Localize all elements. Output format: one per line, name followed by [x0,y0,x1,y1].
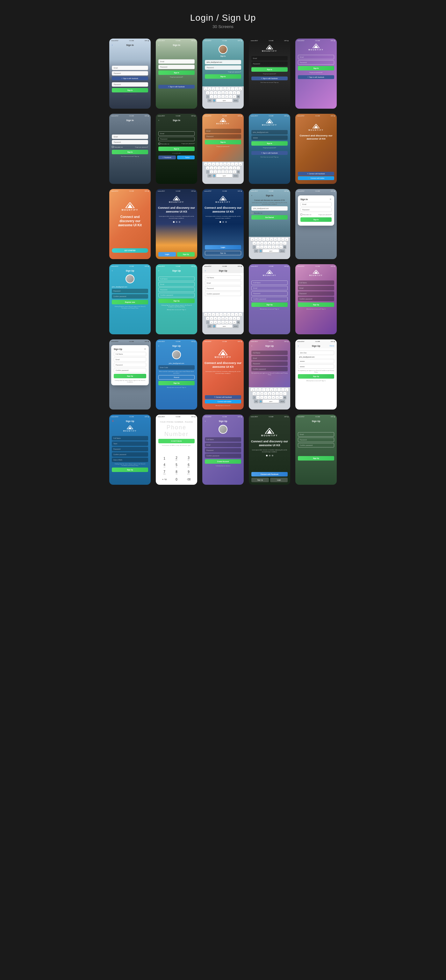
forgot-pwd-6[interactable]: Forgot your password? [135,146,148,148]
numpad-0[interactable]: 0 [171,476,182,482]
connect-facebook-29[interactable]: Connect with Facebook [251,472,288,476]
signup-btn-17[interactable]: Sign Up [158,299,195,303]
mountify-logo-icon [266,45,273,49]
no-account-4[interactable]: Don't have an account? Sign up [251,81,288,83]
signin-btn[interactable]: Sign In [112,88,148,92]
connect-twitter-23[interactable]: 🐦Connect with twitter [205,400,241,404]
dialog-signup-title: Sign Up [114,348,122,350]
continue-btn[interactable]: CONTINUE [158,439,195,443]
phone-number-placeholder: Phone Number [158,424,195,438]
signup-btn-26[interactable]: Sign Up [112,468,148,472]
screen-signup-purple-avatar: ●●●●● AT&T9:41 AM100% ▮ ‹Sign Up Full Na… [202,415,244,485]
numpad-2[interactable]: 2ABC [171,455,182,461]
screen-signin-dark-forest2: ●●●●● AT&T9:41 AM100% ▮ ‹Sign In Email P… [156,114,197,184]
twitter-social-7[interactable]: 🐦Twitter [177,156,195,159]
mountify-logo-icon-12 [173,196,180,200]
screen25-title: Sign Up [312,345,320,347]
forgot-pwd-5[interactable]: Forgot your password? [298,72,334,73]
create-btn-28[interactable]: Create Account [205,459,241,464]
facebook-btn-9[interactable]: fSign in with facebook [251,151,288,155]
forgot-pwd-3[interactable]: Forgot your password? [205,71,241,73]
signup-btn-19[interactable]: Sign Up [251,302,288,307]
screen-signin-ship: ●●●●● AT&T9:41 AM100% ▮ Sign In Email Pa… [109,114,151,184]
signin-btn-3[interactable]: Sign In [205,74,241,79]
screen-row-6: ●●●●● AT&T9:41 AM100% ▮ ✕Sign Up MOUNTIF… [0,415,446,485]
numpad-4[interactable]: 4GHI [159,463,170,468]
already-have-22[interactable]: Already have an account? Sign In [158,387,195,388]
screen-signin-blue-mountain: ●●●●● AT&T9:41 AM100% ▮ MOUNTIFY john_do… [249,114,290,184]
screen-signup-purple: ●●●●● AT&T9:41 AM100% ▮ MOUNTIFY Full Na… [249,264,290,334]
forgot-pwd-8[interactable]: Forgot your password? [205,146,241,147]
page-header: Login / Sign Up 30 Screens [0,0,446,38]
signup-btn-20[interactable]: Sign Up [298,302,334,307]
facebook-social-7[interactable]: fFacebook [158,156,176,159]
get-started-14[interactable]: Get Started [251,215,288,220]
forgot-pwd-9[interactable]: Forgot your password? [251,147,288,148]
numpad-backspace[interactable]: ⌫ [184,476,194,482]
screen-signup-pink-purple: ●●●●● AT&T9:41 AM100% ▮ MOUNTIFY Full Na… [295,264,337,334]
mountify-logo-icon-19 [266,270,273,274]
forgot-pwd-7[interactable]: Forgot your password? [182,143,195,145]
numpad-6[interactable]: 6MNO [184,463,194,468]
forgot-pwd-15[interactable]: Forgot your password? [319,214,332,215]
screen28-title: Sign Up [219,420,227,422]
get-started-11[interactable]: GET STARTED [112,248,148,253]
mountify-logo-icon-20 [313,270,319,274]
signin-btn-4[interactable]: Sign In [251,67,288,72]
mountify-logo-icon-26 [127,425,133,429]
screen-row-5: ●●●●● AT&T9:41 AM100% ▮ Sign Up ✕ Full N… [0,339,446,409]
facebook-btn-2[interactable]: fSign in with facebook [158,85,195,89]
mountify-logo-icon-9 [266,119,273,123]
signup-btn-25[interactable]: Sign Up [298,374,334,379]
signup-btn-12[interactable]: Sign Up [177,252,195,256]
signin-btn-8[interactable]: Sign In [205,140,241,144]
numpad-3[interactable]: 3DEF [184,455,194,461]
connect-facebook-10[interactable]: fConnect with facebook [298,172,334,176]
screen22-title: Sign Up [172,345,181,347]
close-icon[interactable]: ✕ [329,198,332,201]
signup-btn-22[interactable]: Sign Up [158,381,195,385]
signin-btn-5[interactable]: Sign In [298,66,334,70]
signup-btn-21[interactable]: Sign Up [114,374,146,378]
facebook-btn-4[interactable]: fSign in with facebook [251,76,288,80]
login-btn-29[interactable]: Login [270,478,288,482]
connect-twitter-10[interactable]: 🐦Connect with twitter [298,176,334,180]
signin-btn-2[interactable]: Sign In [158,70,195,75]
signin-btn-7[interactable]: Sign In [158,146,195,151]
already-have-19[interactable]: Already have an account? Sign In [251,308,288,310]
numpad-9[interactable]: 9WXYZ [184,469,194,475]
facebook-btn-5[interactable]: fSign in with facebook [298,75,334,79]
signin-btn-15[interactable]: Sign In [300,217,332,222]
numpad-8[interactable]: 8TUV [171,469,182,475]
signup-btn-30[interactable]: Sign Up [298,456,334,461]
numpad-1[interactable]: 1 [159,455,170,461]
already-have-25[interactable]: Already have an account? Sign In [298,380,334,382]
login-btn-13[interactable]: Login [205,245,241,250]
register-btn-16[interactable]: Register now [112,300,148,304]
numpad-star[interactable]: + *# [159,476,170,482]
done-btn[interactable]: Done [330,345,334,347]
screen-signup-confirm: ●●●●● AT&T9:41 AM100% ▮ ‹Sign Up john_do… [156,339,197,409]
screen3-title: Sign In [202,55,244,57]
no-account-6[interactable]: Don't have an account? Sign up [112,156,148,157]
login-btn-12[interactable]: Login [158,252,176,256]
no-account-9[interactable]: Don't have an account? Sign up [251,156,288,158]
numpad-7[interactable]: 7PQRS [159,469,170,475]
signin-btn-9[interactable]: Sign In [251,141,288,146]
signin-btn-6[interactable]: Sign In [112,150,148,154]
numpad-5[interactable]: 5JKL [171,463,182,468]
screen-signin-purple: ●●●●● AT&T9:41 AM100% ▮ MOUNTIFY Email P… [295,38,337,109]
screen-signup-done: ●●●●● AT&T9:41 AM100% ▮ ‹Sign UpDone Joh… [295,339,337,409]
screen26-title: Sign Up [126,420,134,422]
already-have-17[interactable]: Already have an account? Sign In [158,309,195,310]
signup-btn-29[interactable]: Sign Up [251,478,269,482]
signup-btn-13[interactable]: Sign Up [205,251,241,255]
forgot-pwd[interactable]: Forgot your password? [112,94,148,95]
facebook-btn[interactable]: fSign in with facebook [112,76,148,80]
resend-btn-22[interactable]: Resend [158,375,195,380]
forgot-pwd-4[interactable]: Forgot your password? [251,73,288,75]
already-have-20[interactable]: Already have an account? Sign In [298,308,334,310]
connect-facebook-23[interactable]: fConnect with facebook [205,395,241,399]
close-icon-21[interactable]: ✕ [144,348,146,350]
screen-signup-keyboard: ●●●●● AT&T9:41 AM100% ▮ ‹Sign Up Full Na… [202,264,244,334]
